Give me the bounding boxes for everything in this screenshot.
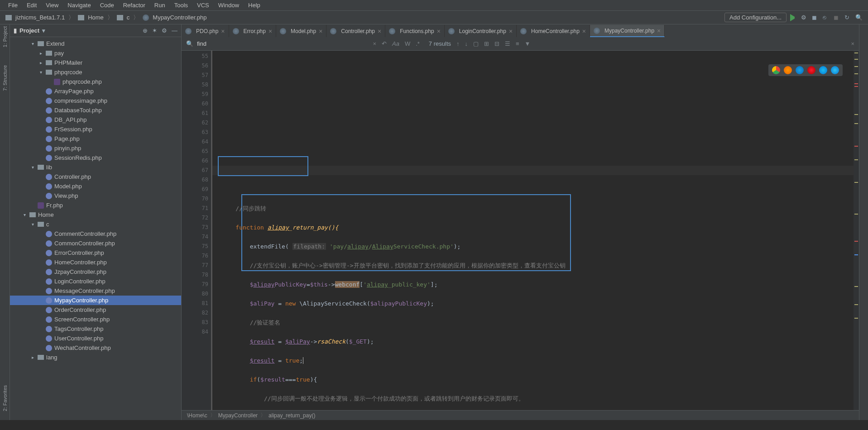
settings-icon[interactable]: ⚙ bbox=[162, 27, 167, 34]
run-icon[interactable] bbox=[790, 14, 797, 21]
opera-icon[interactable] bbox=[807, 66, 815, 74]
close-tab-icon[interactable]: × bbox=[509, 28, 513, 35]
menu-help[interactable]: Help bbox=[244, 2, 265, 9]
close-tab-icon[interactable]: × bbox=[319, 28, 322, 35]
ie-icon[interactable] bbox=[819, 66, 827, 74]
tree-item[interactable]: Fr.php bbox=[10, 201, 181, 210]
close-tab-icon[interactable]: × bbox=[582, 28, 586, 35]
menu-file[interactable]: File bbox=[4, 2, 22, 9]
firefox-icon[interactable] bbox=[784, 66, 792, 74]
breadcrumb-home[interactable]: Home bbox=[88, 14, 104, 21]
tree-item[interactable]: ▸pay bbox=[10, 48, 181, 58]
tree-item[interactable]: HomeController.php bbox=[10, 258, 181, 267]
close-tab-icon[interactable]: × bbox=[378, 28, 381, 35]
menu-window[interactable]: Window bbox=[214, 2, 244, 9]
project-tree[interactable]: ▾Extend▸pay▸PHPMailer▾phpqrcodephpqrcode… bbox=[10, 37, 181, 420]
tree-item[interactable]: ▾Extend bbox=[10, 39, 181, 48]
tree-item[interactable]: DB_API.php bbox=[10, 115, 181, 124]
tree-item[interactable]: ▸lang bbox=[10, 353, 181, 362]
tree-item[interactable]: ArrayPage.php bbox=[10, 86, 181, 96]
crumb-method[interactable]: alipay_return_pay() bbox=[269, 412, 315, 419]
tree-item[interactable]: WechatController.php bbox=[10, 343, 181, 353]
select-all-icon[interactable]: ▢ bbox=[473, 40, 479, 47]
code-area[interactable]: //同步跳转 function alipay_return_pay(){ ext… bbox=[212, 51, 854, 410]
tree-item[interactable]: phpqrcode.php bbox=[10, 77, 181, 86]
tree-item[interactable]: DatabaseTool.php bbox=[10, 105, 181, 115]
tree-item[interactable]: ScreenController.php bbox=[10, 315, 181, 324]
tree-item[interactable]: ▾Home bbox=[10, 210, 181, 220]
dropdown-icon[interactable]: ▾ bbox=[42, 27, 45, 34]
tree-item[interactable]: MypayController.php bbox=[10, 296, 181, 305]
search-everywhere-icon[interactable]: 🔍 bbox=[855, 14, 863, 21]
tree-item[interactable]: SessionRedis.php bbox=[10, 153, 181, 162]
tree-item[interactable]: pinyin.php bbox=[10, 143, 181, 153]
tree-item[interactable]: MessageController.php bbox=[10, 286, 181, 296]
words-icon[interactable]: W bbox=[405, 40, 410, 47]
breadcrumb-project[interactable]: jizhicms_Beta1.7.1 bbox=[15, 14, 65, 21]
clear-search-icon[interactable]: × bbox=[373, 40, 376, 47]
breadcrumb-file[interactable]: MypayController.php bbox=[153, 14, 206, 21]
editor-tab[interactable]: HomeController.php× bbox=[517, 25, 590, 37]
menu-vcs[interactable]: VCS bbox=[192, 2, 214, 9]
tree-item[interactable]: ▾lib bbox=[10, 162, 181, 172]
editor-tab[interactable]: LoginController.php× bbox=[445, 25, 517, 37]
prev-occurrence-icon[interactable]: ↶ bbox=[382, 40, 387, 47]
error-stripe[interactable] bbox=[854, 51, 859, 410]
tree-item[interactable]: UserController.php bbox=[10, 334, 181, 343]
safari-icon[interactable] bbox=[796, 66, 804, 74]
structure-tab[interactable]: 7: Structure bbox=[2, 65, 8, 91]
toggle-icon[interactable]: ☰ bbox=[505, 40, 510, 47]
menu-view[interactable]: View bbox=[41, 2, 63, 9]
tree-item[interactable]: ▾c bbox=[10, 220, 181, 229]
debug-icon[interactable]: ⚙ bbox=[801, 14, 808, 21]
tree-item[interactable]: ▾phpqrcode bbox=[10, 67, 181, 77]
crumb-namespace[interactable]: \Home\c bbox=[187, 412, 207, 419]
editor-tab[interactable]: MypayController.php× bbox=[590, 25, 665, 37]
coverage-icon[interactable]: ◼ bbox=[812, 14, 819, 21]
find-input[interactable] bbox=[197, 40, 360, 47]
chrome-icon[interactable] bbox=[772, 66, 780, 74]
tree-item[interactable]: Page.php bbox=[10, 134, 181, 143]
close-tab-icon[interactable]: × bbox=[437, 28, 441, 35]
filter-icon[interactable]: ▼ bbox=[525, 40, 531, 47]
menu-refactor[interactable]: Refactor bbox=[119, 2, 150, 9]
edge-icon[interactable] bbox=[831, 66, 839, 74]
profile-icon[interactable]: ⎋ bbox=[823, 14, 830, 21]
project-tab[interactable]: 1: Project bbox=[2, 26, 8, 47]
tree-item[interactable]: Model.php bbox=[10, 182, 181, 191]
expand-all-icon[interactable]: ✶ bbox=[152, 27, 157, 34]
editor-tab[interactable]: Controller.php× bbox=[326, 25, 385, 37]
update-icon[interactable]: ↻ bbox=[844, 14, 852, 21]
match-case-icon[interactable]: Aa bbox=[392, 40, 399, 47]
gutter[interactable]: 5556575859606162636465666768697071727374… bbox=[182, 51, 212, 410]
scroll-from-source-icon[interactable]: ⊕ bbox=[143, 27, 148, 34]
toggle2-icon[interactable]: ≡ bbox=[516, 40, 519, 47]
editor-tab[interactable]: Functions.php× bbox=[385, 25, 445, 37]
tree-item[interactable]: FrSession.php bbox=[10, 124, 181, 134]
tree-item[interactable]: OrderController.php bbox=[10, 305, 181, 315]
project-panel-title[interactable]: Project bbox=[19, 27, 39, 34]
tree-item[interactable]: CommentController.php bbox=[10, 229, 181, 239]
editor-tab[interactable]: PDO.php× bbox=[182, 25, 229, 37]
editor[interactable]: 5556575859606162636465666768697071727374… bbox=[182, 51, 859, 410]
add-configuration-button[interactable]: Add Configuration... bbox=[724, 13, 786, 22]
prev-match-icon[interactable]: ↑ bbox=[456, 40, 460, 47]
regex-icon[interactable]: .* bbox=[416, 40, 420, 47]
add-selection-icon[interactable]: ⊞ bbox=[484, 40, 489, 47]
tree-item[interactable]: ▸PHPMailer bbox=[10, 58, 181, 67]
editor-tab[interactable]: Error.php× bbox=[229, 25, 277, 37]
stop-icon[interactable]: ◼ bbox=[834, 14, 841, 21]
menu-run[interactable]: Run bbox=[150, 2, 170, 9]
close-tab-icon[interactable]: × bbox=[657, 27, 661, 34]
menu-tools[interactable]: Tools bbox=[170, 2, 192, 9]
crumb-class[interactable]: MypayController bbox=[218, 412, 258, 419]
tree-item[interactable]: TagsController.php bbox=[10, 324, 181, 334]
menu-code[interactable]: Code bbox=[96, 2, 119, 9]
minimize-icon[interactable]: — bbox=[172, 27, 177, 34]
favorites-tab[interactable]: 2: Favorites bbox=[2, 385, 8, 411]
next-match-icon[interactable]: ↓ bbox=[465, 40, 468, 47]
menu-navigate[interactable]: Navigate bbox=[63, 2, 95, 9]
tree-item[interactable]: ErrorController.php bbox=[10, 248, 181, 258]
tree-item[interactable]: CommonController.php bbox=[10, 239, 181, 248]
tree-item[interactable]: LoginController.php bbox=[10, 277, 181, 286]
